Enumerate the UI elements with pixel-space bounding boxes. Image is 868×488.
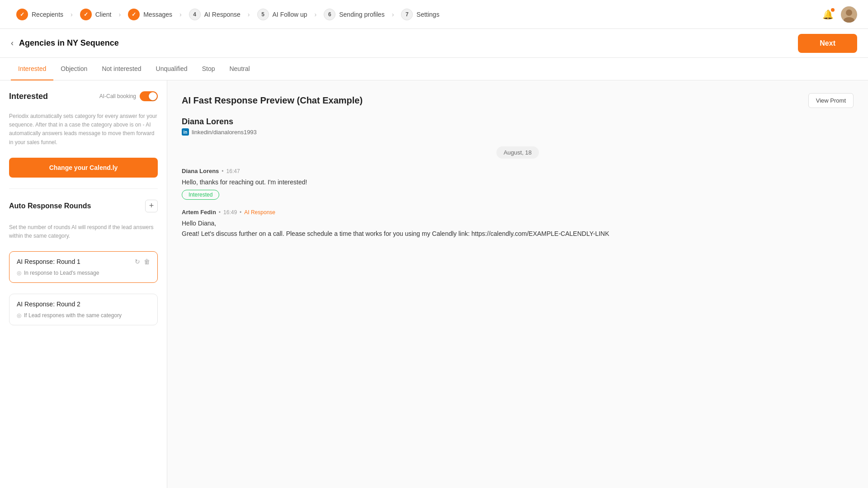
msg-1-body: Hello, thanks for reaching out. I'm inte… <box>182 177 854 187</box>
msg-1-time: 16:47 <box>226 168 240 174</box>
lead-linkedin: in linkedin/dianalorens1993 <box>182 128 854 136</box>
chat-message-2: Artem Fedin • 16:49 • AI Response Hello … <box>182 209 854 239</box>
settings-num: 7 <box>401 9 413 20</box>
chevron-1: › <box>69 11 75 18</box>
round-card-1-header: AI Response: Round 1 ↻ 🗑 <box>17 258 150 265</box>
round-card-2[interactable]: AI Response: Round 2 ◎ If Lead respones … <box>9 294 158 325</box>
nav-step-ai-response[interactable]: 4 AI Response <box>184 9 246 20</box>
avatar[interactable] <box>841 6 857 23</box>
tab-interested[interactable]: Interested <box>11 58 53 80</box>
next-button[interactable]: Next <box>798 34 857 53</box>
recepients-label: Recepients <box>32 11 63 18</box>
nav-step-ai-follow-up[interactable]: 5 AI Follow up <box>252 9 313 20</box>
left-panel: Interested AI-Call booking Periodix auto… <box>0 80 167 488</box>
msg-1-author: Diana Lorens <box>182 168 219 174</box>
tab-neutral[interactable]: Neutral <box>222 58 257 80</box>
nav-right: 🔔 <box>822 6 857 23</box>
date-badge: August, 18 <box>496 146 539 159</box>
tab-unqualified[interactable]: Unqualified <box>149 58 195 80</box>
nav-step-client[interactable]: ✓ Client <box>75 9 117 20</box>
toggle-knob <box>149 92 157 100</box>
auto-response-description: Set the number of rounds AI will respond… <box>9 223 158 240</box>
client-label: Client <box>95 11 112 18</box>
nav-step-sending-profiles[interactable]: 6 Sending profiles <box>318 9 390 20</box>
lead-name: Diana Lorens <box>182 117 854 127</box>
chat-area: August, 18 Diana Lorens • 16:47 Hello, t… <box>182 146 854 239</box>
ai-follow-up-num: 5 <box>257 9 269 20</box>
msg-2-dot: • <box>219 209 221 216</box>
divider <box>9 188 158 189</box>
add-round-button[interactable]: + <box>145 200 158 212</box>
interested-description: Periodix automatically sets category for… <box>9 112 158 147</box>
round-1-sub-label: In response to Lead's message <box>24 270 99 276</box>
interested-header: Interested AI-Call booking <box>9 91 158 101</box>
round-1-refresh-icon[interactable]: ↻ <box>135 258 140 265</box>
round-1-delete-icon[interactable]: 🗑 <box>144 258 150 265</box>
main-content: Interested AI-Call booking Periodix auto… <box>0 80 868 488</box>
messages-label: Messages <box>143 11 172 18</box>
client-icon: ✓ <box>80 9 92 20</box>
view-prompt-button[interactable]: View Promt <box>808 93 854 108</box>
chevron-6: › <box>390 11 396 18</box>
chat-message-1: Diana Lorens • 16:47 Hello, thanks for r… <box>182 168 854 200</box>
round-2-title: AI Response: Round 2 <box>17 300 80 308</box>
nav-step-settings[interactable]: 7 Settings <box>396 9 445 20</box>
ai-response-num: 4 <box>189 9 201 20</box>
ai-booking-row: AI-Call booking <box>99 91 158 101</box>
svg-point-1 <box>846 9 852 16</box>
msg-2-author: Artem Fedin <box>182 209 216 216</box>
tab-stop[interactable]: Stop <box>195 58 222 80</box>
interested-section-title: Interested <box>9 92 48 101</box>
round-1-sub: ◎ In response to Lead's message <box>17 270 150 276</box>
nav-step-messages[interactable]: ✓ Messages <box>123 9 178 20</box>
notification-bell[interactable]: 🔔 <box>822 9 834 20</box>
linkedin-icon: in <box>182 128 189 136</box>
tab-objection[interactable]: Objection <box>53 58 94 80</box>
interested-tag: Interested <box>182 190 219 200</box>
page-header: ‹ Agencies in NY Sequence Next <box>0 29 868 58</box>
round-2-sub-label: If Lead respones with the same category <box>24 312 122 319</box>
round-1-title: AI Response: Round 1 <box>17 258 80 265</box>
preview-header: AI Fast Response Preview (Chat Example) … <box>182 93 854 108</box>
msg-1-meta: Diana Lorens • 16:47 <box>182 168 854 174</box>
auto-response-header: Auto Response Rounds + <box>9 200 158 212</box>
ai-follow-up-label: AI Follow up <box>273 11 307 18</box>
msg-2-ai-label: AI Response <box>244 209 275 216</box>
nav-step-recepients[interactable]: ✓ Recepients <box>11 9 69 20</box>
lead-linkedin-url: linkedin/dianalorens1993 <box>192 129 257 136</box>
tabs-bar: Interested Objection Not interested Unqu… <box>0 58 868 80</box>
sending-profiles-label: Sending profiles <box>339 11 384 18</box>
round-2-sub: ◎ If Lead respones with the same categor… <box>17 312 150 319</box>
page-header-left: ‹ Agencies in NY Sequence <box>11 38 119 48</box>
preview-title: AI Fast Response Preview (Chat Example) <box>182 95 363 106</box>
msg-2-time: 16:49 <box>223 209 237 216</box>
page-title: Agencies in NY Sequence <box>19 38 119 48</box>
msg-2-meta: Artem Fedin • 16:49 • AI Response <box>182 209 854 216</box>
chevron-4: › <box>246 11 252 18</box>
back-button[interactable]: ‹ <box>11 38 14 48</box>
auto-response-title: Auto Response Rounds <box>9 202 91 210</box>
chevron-3: › <box>178 11 184 18</box>
msg-1-dot: • <box>222 168 223 174</box>
chevron-5: › <box>313 11 319 18</box>
change-calendly-button[interactable]: Change your Calend.ly <box>9 158 158 178</box>
round-card-2-header: AI Response: Round 2 <box>17 300 150 308</box>
msg-2-body: Hello Diana, Great! Let's discuss furthe… <box>182 218 854 239</box>
sending-profiles-num: 6 <box>324 9 335 20</box>
round-2-sub-icon: ◎ <box>17 312 21 319</box>
right-panel: AI Fast Response Preview (Chat Example) … <box>167 80 868 488</box>
tab-not-interested[interactable]: Not interested <box>94 58 148 80</box>
round-card-1[interactable]: AI Response: Round 1 ↻ 🗑 ◎ In response t… <box>9 251 158 283</box>
ai-response-label: AI Response <box>204 11 241 18</box>
ai-booking-toggle[interactable] <box>140 91 158 101</box>
top-nav: ✓ Recepients › ✓ Client › ✓ Messages › 4… <box>0 0 868 29</box>
recepients-icon: ✓ <box>16 9 28 20</box>
messages-icon: ✓ <box>128 9 140 20</box>
settings-label: Settings <box>416 11 439 18</box>
ai-booking-label: AI-Call booking <box>99 93 136 99</box>
chevron-2: › <box>117 11 123 18</box>
bell-dot <box>831 8 835 12</box>
round-1-actions: ↻ 🗑 <box>135 258 150 265</box>
round-1-sub-icon: ◎ <box>17 270 21 276</box>
